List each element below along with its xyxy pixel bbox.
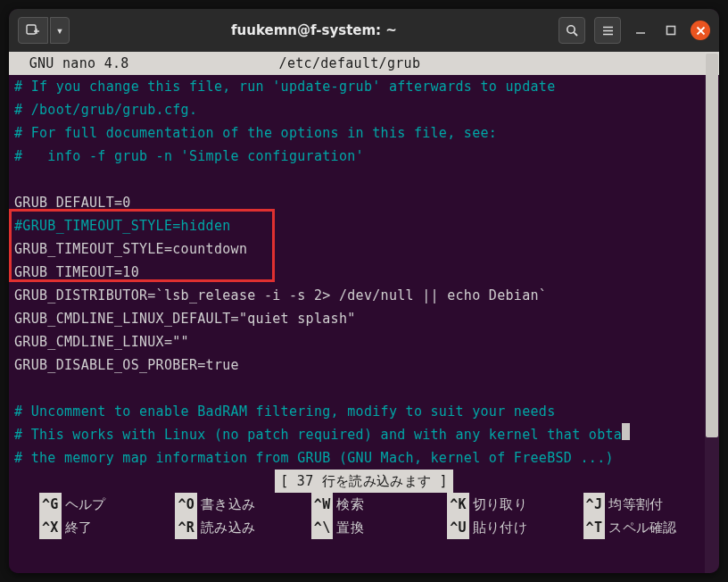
svg-rect-9 xyxy=(667,27,675,35)
editor-line xyxy=(14,377,714,400)
editor-line: # For full documentation of the options … xyxy=(14,121,714,145)
shortcut-key: ^O xyxy=(175,493,197,516)
scrollbar[interactable] xyxy=(705,52,719,573)
shortcut-key: ^X xyxy=(39,516,62,539)
nano-version: GNU nano 4.8 xyxy=(12,55,129,71)
editor-line: GRUB_DISTRIBUTOR=`lsb_release -i -s 2> /… xyxy=(14,284,714,307)
shortcut-key: ^G xyxy=(39,493,62,516)
close-button[interactable] xyxy=(691,21,710,40)
shortcut-label: 切り取り xyxy=(473,493,527,516)
search-icon xyxy=(566,24,579,37)
shortcut-label: スペル確認 xyxy=(608,516,677,539)
editor-line: # Uncomment to enable BadRAM filtering, … xyxy=(14,400,714,423)
nano-filename: /etc/default/grub xyxy=(279,55,421,71)
shortcut: ^W検索 xyxy=(311,493,442,516)
nano-shortcuts: ^Gヘルプ^O書き込み^W検索^K切り取り^J均等割付^X終了^R読み込み^\置… xyxy=(14,493,714,541)
nano-statusbar: GNU nano 4.8 /etc/default/grub xyxy=(9,52,719,75)
truncation-indicator xyxy=(622,423,630,440)
nano-message-row: [ 37 行を読み込みます ] xyxy=(14,470,714,493)
terminal-window: ▾ fuukemn@f-system: ~ xyxy=(9,9,719,573)
editor-line: # This works with Linux (no patch requir… xyxy=(14,423,714,446)
shortcut-key: ^\ xyxy=(311,516,334,539)
editor-line xyxy=(14,168,714,191)
titlebar: ▾ fuukemn@f-system: ~ xyxy=(9,9,719,52)
svg-rect-0 xyxy=(27,25,36,34)
minimize-icon xyxy=(635,25,646,36)
editor-line: GRUB_CMDLINE_LINUX_DEFAULT="quiet splash… xyxy=(14,307,714,330)
shortcut-label: 検索 xyxy=(336,493,364,516)
editor-content[interactable]: # If you change this file, run 'update-g… xyxy=(14,75,714,470)
shortcut-label: 書き込み xyxy=(201,493,255,516)
search-button[interactable] xyxy=(558,17,585,44)
shortcut: ^Gヘルプ xyxy=(39,493,170,516)
svg-point-3 xyxy=(567,25,574,32)
shortcut: ^X終了 xyxy=(39,516,170,539)
scrollbar-thumb[interactable] xyxy=(706,54,718,437)
editor-line: # info -f grub -n 'Simple configuration' xyxy=(14,145,714,168)
editor-line: #GRUB_TIMEOUT_STYLE=hidden xyxy=(14,214,714,237)
editor-line: GRUB_DEFAULT=0 xyxy=(14,191,714,214)
shortcut-label: 貼り付け xyxy=(473,516,527,539)
shortcut-label: ヘルプ xyxy=(65,493,106,516)
terminal-area[interactable]: GNU nano 4.8 /etc/default/grub # If you … xyxy=(9,52,719,573)
shortcut-label: 置換 xyxy=(336,516,364,539)
titlebar-left: ▾ xyxy=(18,17,70,44)
maximize-icon xyxy=(666,25,676,36)
shortcut-key: ^U xyxy=(447,516,469,539)
terminal-plus-icon xyxy=(26,23,40,37)
chevron-down-icon: ▾ xyxy=(56,23,63,37)
editor-line: # the memory map information from GRUB (… xyxy=(14,446,714,470)
shortcut-key: ^R xyxy=(175,516,197,539)
shortcut: ^R読み込み xyxy=(175,516,305,539)
shortcut: ^U貼り付け xyxy=(447,516,577,539)
hamburger-icon xyxy=(601,24,615,37)
menu-button[interactable] xyxy=(594,17,621,44)
editor-line: GRUB_CMDLINE_LINUX="" xyxy=(14,330,714,353)
shortcut-label: 読み込み xyxy=(201,516,255,539)
shortcut-label: 均等割付 xyxy=(608,493,663,516)
shortcut-label: 終了 xyxy=(65,516,93,539)
shortcut-key: ^W xyxy=(311,493,334,516)
shortcut-key: ^T xyxy=(583,516,606,539)
nano-message: [ 37 行を読み込みます ] xyxy=(275,470,453,493)
editor-line: GRUB_TIMEOUT_STYLE=countdown xyxy=(14,237,714,261)
minimize-button[interactable] xyxy=(630,20,651,41)
shortcut: ^K切り取り xyxy=(447,493,577,516)
editor-line: # /boot/grub/grub.cfg. xyxy=(14,98,714,121)
maximize-button[interactable] xyxy=(660,20,682,41)
shortcut: ^J均等割付 xyxy=(583,493,714,516)
window-title: fuukemn@f-system: ~ xyxy=(75,22,553,38)
shortcut-key: ^K xyxy=(447,493,469,516)
shortcut: ^\置換 xyxy=(311,516,442,539)
shortcut-key: ^J xyxy=(583,493,606,516)
svg-line-4 xyxy=(574,32,577,36)
editor-line: GRUB_DISABLE_OS_PROBER=true xyxy=(14,353,714,377)
shortcut: ^Tスペル確認 xyxy=(583,516,714,539)
new-tab-dropdown[interactable]: ▾ xyxy=(50,17,70,44)
close-icon xyxy=(696,26,706,36)
shortcut: ^O書き込み xyxy=(175,493,305,516)
titlebar-right xyxy=(558,17,710,44)
editor-line: # If you change this file, run 'update-g… xyxy=(14,75,714,98)
new-tab-button[interactable] xyxy=(18,17,48,44)
editor-line: GRUB_TIMEOUT=10 xyxy=(14,261,714,284)
